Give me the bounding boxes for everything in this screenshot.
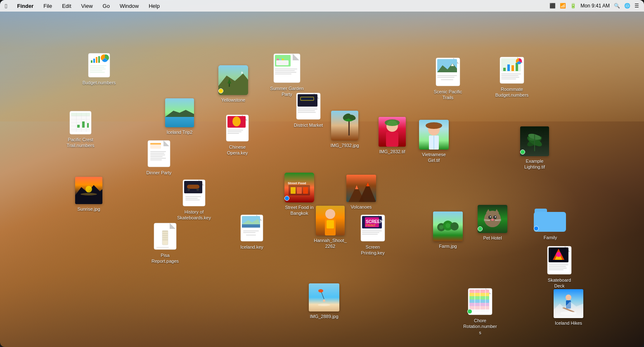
- volcanoes-icon[interactable]: Volcanoes: [343, 175, 380, 210]
- svg-rect-2: [91, 60, 92, 63]
- svg-rect-112: [297, 187, 302, 194]
- summer-garden-icon[interactable]: Summer Garden Party: [268, 53, 305, 98]
- sunrise-thumb: [75, 177, 102, 204]
- svg-rect-132: [362, 234, 378, 235]
- pet-hotel-badge: [478, 226, 483, 231]
- svg-point-195: [556, 252, 561, 257]
- img-2832-icon[interactable]: IMG_2832.tif: [374, 117, 411, 155]
- volcanoes-thumb: [346, 175, 376, 202]
- svg-rect-47: [150, 153, 164, 154]
- example-lighting-badge: [520, 150, 525, 154]
- edit-menu[interactable]: Edit: [60, 2, 73, 10]
- view-menu[interactable]: View: [80, 2, 95, 10]
- network-icon[interactable]: 🌐: [624, 3, 630, 9]
- svg-rect-207: [469, 303, 489, 306]
- sunrise-icon[interactable]: Sunrise.jpg: [70, 177, 107, 212]
- pisa-file: [153, 222, 177, 250]
- iceland-key-icon[interactable]: Iceland.key: [233, 214, 270, 250]
- yellowstone-icon[interactable]: Yellowstone: [215, 65, 252, 103]
- svg-rect-152: [516, 63, 518, 71]
- svg-point-187: [450, 222, 459, 231]
- svg-rect-84: [276, 60, 289, 65]
- svg-point-134: [323, 299, 325, 302]
- img-7932-thumb: [331, 111, 358, 140]
- budget-numbers-icon[interactable]: Budget.numbers: [80, 53, 118, 86]
- svg-rect-97: [298, 109, 317, 109]
- skateboard-deck-icon[interactable]: Skateboard Deck: [541, 245, 578, 290]
- family-badge: [534, 226, 539, 231]
- svg-rect-60: [185, 200, 200, 200]
- wifi-icon[interactable]: 📶: [560, 3, 566, 9]
- svg-rect-111: [291, 187, 296, 194]
- svg-point-160: [426, 122, 442, 129]
- scenic-pacific-icon[interactable]: Scenic Pacific Trails: [429, 57, 466, 101]
- svg-rect-101: [348, 119, 350, 135]
- hannah-shoot-icon[interactable]: Hannah_Shoot_2262: [312, 206, 349, 250]
- img-2832-thumb: [379, 117, 406, 147]
- iceland-trip2-thumb: [165, 98, 194, 127]
- summer-garden-file: [273, 53, 301, 83]
- svg-rect-66: [243, 231, 259, 231]
- pacific-crest-icon[interactable]: Pacific Crest Trail.numbers: [62, 111, 99, 149]
- dinner-party-file: [147, 140, 171, 168]
- svg-rect-150: [507, 64, 510, 71]
- street-food-badge: [284, 196, 289, 201]
- help-menu[interactable]: Help: [147, 2, 161, 10]
- family-folder-icon[interactable]: Family: [532, 204, 569, 241]
- go-menu[interactable]: Go: [101, 2, 111, 10]
- screen-printing-file: SCREEN PRINT: [360, 214, 386, 242]
- svg-rect-205: [469, 296, 489, 299]
- svg-rect-133: [309, 283, 339, 311]
- search-icon[interactable]: 🔍: [614, 3, 620, 9]
- chinese-opera-icon[interactable]: Chinese Opera.key: [219, 114, 256, 157]
- file-menu[interactable]: File: [42, 2, 54, 10]
- svg-rect-8: [90, 67, 104, 68]
- svg-rect-3: [93, 59, 95, 63]
- svg-rect-40: [165, 117, 194, 127]
- district-market-icon[interactable]: District Market: [290, 92, 327, 128]
- iceland-trip2-icon[interactable]: Iceland Trip2: [161, 98, 198, 135]
- airplay-icon[interactable]: ⬛: [549, 3, 556, 9]
- svg-rect-4: [96, 57, 97, 63]
- history-skateboards-icon[interactable]: History of Skateboards.key: [175, 179, 213, 221]
- screen-printing-icon[interactable]: SCREEN PRINT Screen Printing.key: [354, 214, 391, 257]
- img-7932-icon[interactable]: IMG_7932.jpg: [326, 111, 363, 149]
- pisa-icon[interactable]: Pisa Report.pages: [147, 222, 184, 265]
- svg-rect-11: [90, 72, 105, 73]
- notifications-icon[interactable]: ☰: [635, 3, 639, 9]
- svg-rect-78: [227, 130, 243, 131]
- chore-rotation-icon[interactable]: Chore Rotation.numbers: [462, 288, 499, 336]
- farm-icon[interactable]: Farm.jpg: [429, 212, 466, 250]
- dinner-party-icon[interactable]: Dinner Party: [140, 140, 178, 176]
- roommate-budget-icon[interactable]: Roommate Budget.numbers: [493, 56, 530, 99]
- svg-rect-151: [511, 65, 514, 71]
- svg-point-29: [85, 186, 92, 193]
- svg-rect-156: [501, 77, 519, 78]
- svg-rect-99: [298, 112, 316, 113]
- svg-rect-198: [549, 268, 567, 269]
- svg-rect-33: [162, 231, 168, 232]
- iceland-hikes-icon[interactable]: Iceland Hikes: [550, 289, 587, 326]
- pet-hotel-icon[interactable]: Pet Hotel: [474, 205, 511, 241]
- desktop: Budget.numbers: [0, 12, 644, 347]
- img-2889-thumb: [309, 283, 339, 311]
- battery-icon[interactable]: 🔋: [570, 3, 576, 9]
- img-2889-icon[interactable]: IMG_2889.jpg: [305, 283, 343, 320]
- apple-menu[interactable]: : [5, 2, 7, 10]
- svg-rect-5: [98, 56, 100, 63]
- iceland-key-label: Iceland.key: [239, 244, 265, 250]
- iceland-hikes-thumb: [554, 289, 583, 318]
- vietnamese-girl-icon[interactable]: Vietnamese Girl.tif: [415, 120, 452, 164]
- svg-rect-79: [227, 131, 242, 132]
- screen-printing-label: Screen Printing.key: [354, 244, 391, 257]
- svg-rect-123: [327, 220, 334, 228]
- iceland-hikes-label: Iceland Hikes: [554, 320, 583, 326]
- window-menu[interactable]: Window: [118, 2, 140, 10]
- finder-menu[interactable]: Finder: [15, 2, 35, 10]
- svg-point-121: [325, 209, 335, 219]
- example-lighting-icon[interactable]: Example Lighting.tif: [516, 126, 553, 171]
- svg-rect-155: [501, 75, 519, 76]
- chinese-opera-label: Chinese Opera.key: [219, 144, 256, 157]
- svg-rect-58: [185, 196, 201, 197]
- svg-point-213: [566, 295, 571, 300]
